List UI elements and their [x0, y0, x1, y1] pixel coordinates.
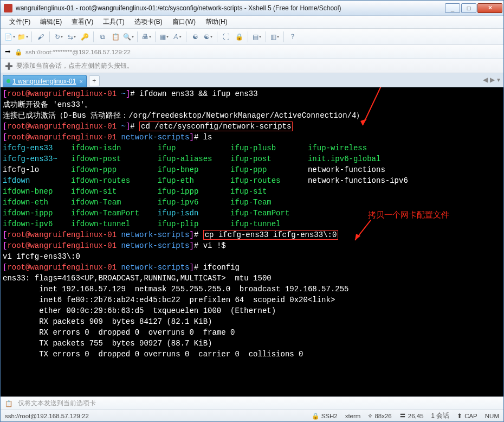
paste-icon[interactable]: 📋 — [109, 31, 121, 43]
status-size: ⟡ 88x26 — [368, 412, 391, 419]
lock-icon[interactable]: 🔒 — [233, 31, 245, 43]
toolbar: 📄 📁 🖌 ↻ ⇆ 🔑 ⧉ 📋 🔍 🖶 ▦ A ☯ ☯ ⛶ 🔒 ▤ ▥ ？ — [1, 29, 503, 45]
separator — [49, 31, 50, 42]
annotation-2: 拷贝一个网卡配置文件 — [368, 209, 449, 220]
fullscreen-icon[interactable]: ⛶ — [220, 31, 232, 43]
print-icon[interactable]: 🖶 — [140, 31, 152, 43]
add-tab-button[interactable]: + — [89, 75, 100, 86]
status-connection: ssh://root@192.168.57.129:22 — [5, 413, 89, 419]
font-icon[interactable]: A — [171, 31, 183, 43]
maximize-button[interactable]: □ — [461, 3, 476, 13]
separator — [217, 31, 217, 42]
encoding-icon[interactable]: ☯ — [189, 31, 201, 43]
window-title: wangruifenglinux-01 - root@wangruifengli… — [15, 4, 445, 12]
menu-tools[interactable]: 工具(T) — [99, 16, 128, 28]
titlebar: wangruifenglinux-01 - root@wangruifengli… — [1, 1, 503, 16]
separator — [93, 31, 94, 42]
compose-hint: 仅将文本发送到当前选项卡 — [18, 399, 96, 407]
addressbar: ⮕ 🔒 ssh://root:********@192.168.57.129:2… — [1, 45, 503, 59]
reconnect-icon[interactable]: ↻ — [53, 31, 64, 43]
statusbar: ssh://root@192.168.57.129:22 🔒 SSH2 xter… — [1, 410, 503, 421]
close-button[interactable]: ✕ — [477, 3, 502, 13]
app-window: wangruifenglinux-01 - root@wangruifengli… — [0, 0, 504, 422]
minimize-button[interactable]: _ — [445, 3, 460, 13]
folder-open-icon[interactable]: 📁 — [17, 31, 29, 43]
file-new-icon[interactable]: 📄 — [4, 31, 16, 43]
menu-view[interactable]: 查看(V) — [67, 16, 98, 28]
session-hint: 要添加当前会话，点击左侧的箭头按钮。 — [16, 61, 133, 71]
menu-edit[interactable]: 编辑(E) — [36, 16, 66, 28]
status-sessions: 1 会话 — [431, 412, 450, 420]
highlight-icon[interactable]: ▤ — [251, 31, 263, 43]
window-controls: _ □ ✕ — [445, 3, 502, 13]
session-add-icon[interactable]: ➕ — [5, 62, 13, 70]
separator — [155, 31, 156, 42]
separator — [137, 31, 138, 42]
menu-tab[interactable]: 选项卡(B) — [130, 16, 167, 28]
separator — [248, 31, 248, 42]
tile-icon[interactable]: ▥ — [269, 31, 281, 43]
app-icon — [4, 4, 12, 12]
tab-nav-right-icon[interactable]: ▶ — [490, 76, 495, 84]
separator — [283, 31, 284, 42]
copy-icon[interactable]: ⧉ — [96, 31, 108, 43]
tab-nav: ◀ ▶ ▾ — [483, 76, 500, 84]
sessionbar: ➕ 要添加当前会话，点击左侧的箭头按钮。 — [1, 59, 503, 73]
status-cap: ⬆ CAP — [457, 412, 477, 420]
tab-label: 1 wangruifenglinux-01 — [12, 78, 76, 85]
compose-bar: 📋 仅将文本发送到当前选项卡 — [1, 397, 503, 410]
tabbar: 1 wangruifenglinux-01 × + ◀ ▶ ▾ — [1, 73, 503, 87]
encoding-dropdown-icon[interactable]: ☯ — [202, 31, 214, 43]
address-url[interactable]: ssh://root:********@192.168.57.129:22 — [25, 49, 131, 55]
menu-file[interactable]: 文件(F) — [5, 16, 35, 28]
tab-session-1[interactable]: 1 wangruifenglinux-01 × — [3, 75, 87, 87]
transfer-icon[interactable]: ⇆ — [66, 31, 77, 43]
menubar: 文件(F) 编辑(E) 查看(V) 工具(T) 选项卡(B) 窗口(W) 帮助(… — [1, 16, 503, 29]
compose-icon[interactable]: 📋 — [5, 400, 12, 407]
layout-icon[interactable]: ▦ — [158, 31, 170, 43]
brush-icon[interactable]: 🖌 — [35, 31, 47, 43]
status-num: NUM — [485, 413, 499, 419]
terminal[interactable]: [root@wangruifenglinux-01 ~]# ifdown ens… — [1, 87, 503, 397]
menu-window[interactable]: 窗口(W) — [168, 16, 200, 28]
tab-close-icon[interactable]: × — [79, 78, 82, 85]
search-icon[interactable]: 🔍 — [122, 31, 134, 43]
status-ssh: 🔒 SSH2 — [312, 412, 338, 420]
menu-help[interactable]: 帮助(H) — [201, 16, 232, 28]
help-icon[interactable]: ？ — [287, 31, 299, 43]
status-cursor: 〓 26,45 — [399, 412, 424, 420]
tab-status-icon — [7, 79, 10, 83]
separator — [31, 31, 32, 42]
tab-nav-menu-icon[interactable]: ▾ — [497, 76, 500, 84]
key-icon[interactable]: 🔑 — [79, 31, 91, 43]
status-term: xterm — [345, 413, 361, 419]
address-arrow-icon[interactable]: ⮕ — [5, 49, 11, 55]
separator — [266, 31, 266, 42]
address-lock-icon: 🔒 — [15, 48, 22, 56]
separator — [186, 31, 186, 42]
tab-nav-left-icon[interactable]: ◀ — [483, 76, 488, 84]
